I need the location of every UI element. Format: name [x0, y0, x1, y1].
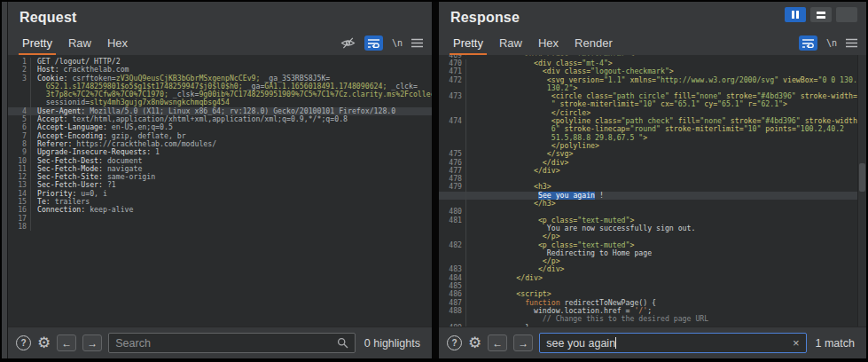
code-line: </p>: [439, 232, 866, 240]
single-panel-layout-button[interactable]: [836, 7, 857, 22]
code-line: 478: [439, 175, 866, 183]
hide-highlights-eye-off-icon[interactable]: [340, 37, 356, 49]
help-icon[interactable]: ?: [16, 335, 31, 350]
code-line: 484 </div>: [439, 274, 866, 282]
response-editor[interactable]: 469 <div class="text-center">470 <div cl…: [439, 55, 866, 327]
request-search-input[interactable]: Search: [108, 333, 356, 353]
code-line: 6Accept-Language: en-US,en;q=0.5: [8, 123, 432, 131]
code-line: 476 </div>: [439, 159, 866, 167]
code-line: 482 <p class="text-muted">: [439, 241, 866, 249]
response-title: Response: [450, 10, 520, 25]
newline-toggle[interactable]: \n: [392, 38, 403, 48]
code-line: 489 }: [439, 324, 866, 327]
code-line: </circle>: [439, 109, 866, 117]
code-line: GS2.1.s1748259801$o5$g1$t1748259947$j0$l…: [8, 83, 432, 90]
response-tab-raw[interactable]: Raw: [491, 32, 530, 54]
panel-divider[interactable]: [432, 2, 439, 358]
code-line: 16Connection: keep-alive: [8, 206, 432, 214]
code-line: 14Priority: u=0, i: [8, 190, 432, 198]
code-line: 17: [8, 215, 432, 223]
response-panel: Response PrettyRawHexRender \n 469 <div …: [439, 2, 866, 358]
code-line: 3Cookie: csrftoken=zV3QuQ9eusCjKB3bGbrMS…: [8, 75, 432, 83]
request-title: Request: [20, 10, 77, 25]
code-line: 477 </div>: [439, 167, 866, 175]
code-line: 1GET /logout/ HTTP/2: [8, 58, 432, 66]
code-line: 483 </div>: [439, 265, 866, 273]
editor-menu-icon[interactable]: [846, 38, 857, 48]
request-tab-hex[interactable]: Hex: [99, 32, 136, 54]
response-tabs: PrettyRawHexRender: [445, 32, 621, 54]
search-next-button[interactable]: →: [82, 334, 102, 351]
code-line: 6" stroke-linecap="round" stroke-miterli…: [439, 125, 866, 133]
code-line: </polyline>: [439, 142, 866, 150]
burp-repeater-window: Request PrettyRawHex \n 1GET /logout/ HT…: [0, 0, 868, 362]
code-line: Redirecting to Home page: [439, 249, 866, 257]
rows-layout-button[interactable]: [810, 7, 832, 22]
help-icon[interactable]: ?: [447, 335, 462, 350]
code-line: 13Sec-Fetch-User: ?1: [8, 181, 432, 189]
code-line: 487 function redirectToNewPage() {: [439, 299, 866, 307]
code-line: 471 <div class="logout-checkmark">: [439, 67, 866, 75]
request-panel: Request PrettyRawHex \n 1GET /logout/ HT…: [8, 2, 432, 358]
code-line: 8Referer: https://crackthelab.com/module…: [8, 140, 432, 148]
code-line: 470 <div class="mt-4">: [439, 59, 866, 67]
code-line: 475 </svg>: [439, 150, 866, 158]
left-scrollbar[interactable]: [2, 2, 8, 358]
request-highlight-count: 0 highlights: [362, 337, 423, 350]
code-line: 130.2">: [439, 84, 866, 92]
request-tab-pretty[interactable]: Pretty: [14, 32, 60, 54]
response-match-count: 1 match: [813, 337, 857, 350]
response-tabs-row: PrettyRawHexRender \n: [439, 30, 866, 55]
clear-search-icon[interactable]: ×: [793, 337, 800, 349]
code-line: 481 <p class="text-muted">: [439, 216, 866, 224]
code-line: 5Accept: text/html,application/xhtml+xml…: [8, 115, 432, 123]
response-search-bar: ? ⚙ ← → see you again × 1 match: [439, 327, 866, 358]
columns-layout-button[interactable]: [785, 7, 806, 22]
editor-menu-icon[interactable]: [411, 38, 423, 48]
code-line: 18: [8, 223, 432, 231]
request-search-placeholder: Search: [115, 337, 151, 350]
code-line: 480: [439, 208, 866, 216]
code-line: </p>: [439, 257, 866, 265]
code-line: 11Sec-Fetch-Mode: navigate: [8, 165, 432, 173]
response-search-input[interactable]: see you again ×: [539, 333, 806, 353]
layout-view-controls: [785, 7, 857, 22]
code-line: 473 <circle class="path circle" fill="no…: [439, 92, 866, 100]
request-editor[interactable]: 1GET /logout/ HTTP/22Host: crackthelab.c…: [8, 55, 432, 327]
code-line: // Change this to the desired page URL: [439, 315, 866, 323]
response-tab-render[interactable]: Render: [567, 32, 621, 54]
search-next-button[interactable]: →: [513, 334, 533, 351]
request-search-bar: ? ⚙ ← → Search 0 highlights: [8, 327, 432, 358]
response-search-value: see you again: [546, 337, 615, 350]
code-line: 3t7p8c%7C2%7Cfw8%7C0%7C1970; _clsk=9g00i…: [8, 90, 432, 98]
request-editor-tools: \n: [340, 35, 423, 51]
request-tabs: PrettyRawHex: [14, 32, 136, 54]
response-scrollbar-thumb[interactable]: [859, 163, 865, 192]
code-line: 12Sec-Fetch-Site: same-origin: [8, 173, 432, 181]
search-prev-button[interactable]: ←: [488, 334, 507, 351]
response-editor-tools: \n: [799, 35, 857, 51]
code-line: You are now successfully sign out.: [439, 224, 866, 232]
response-tab-hex[interactable]: Hex: [530, 32, 567, 54]
code-line: </h3>: [439, 200, 866, 208]
wrap-lines-button[interactable]: [799, 35, 817, 51]
code-line: 15Te: trailers: [8, 198, 432, 206]
newline-toggle[interactable]: \n: [826, 38, 837, 48]
code-line: " stroke-miterlimit="10" cx="65.1" cy="6…: [439, 100, 866, 108]
code-line: 2Host: crackthelab.com: [8, 66, 432, 74]
code-line: 10Sec-Fetch-Dest: document: [8, 157, 432, 165]
response-tab-pretty[interactable]: Pretty: [445, 32, 491, 54]
search-settings-gear-icon[interactable]: ⚙: [468, 335, 481, 350]
request-tabs-row: PrettyRawHex \n: [8, 30, 432, 55]
search-icon: [337, 337, 348, 349]
request-tab-raw[interactable]: Raw: [60, 32, 99, 54]
response-scrollbar[interactable]: [857, 55, 866, 327]
search-prev-button[interactable]: ←: [57, 334, 76, 351]
text-cursor: [615, 337, 616, 349]
search-settings-gear-icon[interactable]: ⚙: [37, 335, 51, 350]
code-line: See you again !: [439, 192, 866, 200]
code-line: 479 <h3>: [439, 183, 866, 191]
code-line: 4User-Agent: Mozilla/5.0 (X11; Linux x86…: [8, 107, 432, 115]
wrap-lines-button[interactable]: [364, 35, 383, 51]
code-line: 472 <svg version="1.1" xmlns="http://www…: [439, 76, 866, 84]
